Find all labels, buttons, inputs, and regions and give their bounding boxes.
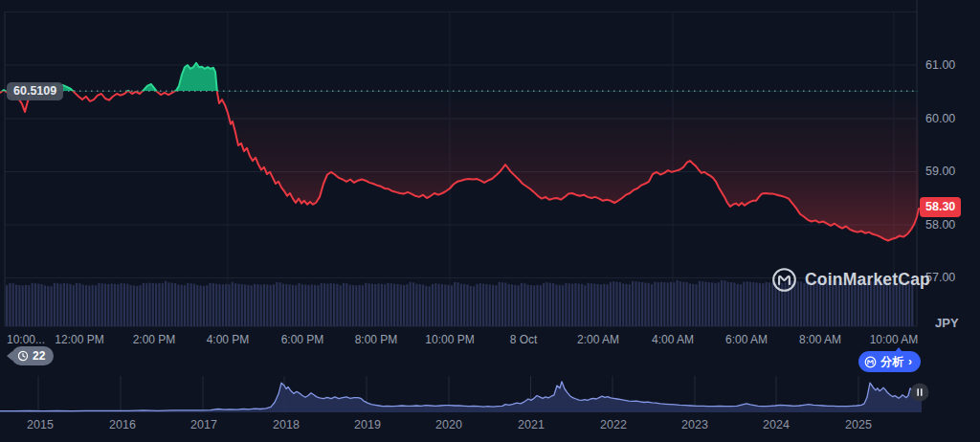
analyze-chevron-icon: › <box>908 355 912 368</box>
time-tick: 8:00 AM <box>799 333 841 346</box>
year-tick: 2023 <box>681 418 708 431</box>
watermark-text: CoinMarketCap <box>805 270 930 290</box>
watermark: CoinMarketCap <box>771 267 930 293</box>
year-tick: 2022 <box>600 418 627 431</box>
time-tick: 8 Oct <box>510 333 538 346</box>
time-tick: 4:00 AM <box>652 333 694 346</box>
time-tick: 4:00 PM <box>207 333 250 346</box>
analyze-logo-icon <box>864 356 877 368</box>
price-tick: 58.00 <box>925 218 955 232</box>
price-chart: 61.00 60.00 59.00 58.00 57.00 JPY 60.510… <box>0 0 980 442</box>
chart-canvas[interactable] <box>0 0 980 442</box>
countdown-badge[interactable]: 22 <box>11 346 54 365</box>
countdown-value: 22 <box>33 349 45 363</box>
time-tick: 10:00 PM <box>425 333 474 346</box>
year-tick: 2024 <box>763 418 790 431</box>
time-tick: 12:00 PM <box>55 333 103 346</box>
price-tick: 60.00 <box>925 112 955 125</box>
open-price-badge: 60.5109 <box>7 82 63 100</box>
time-tick: 10:00 AM <box>870 333 919 346</box>
year-tick: 2021 <box>518 418 545 431</box>
price-tick: 61.00 <box>925 58 955 72</box>
clock-icon <box>17 350 29 362</box>
analyze-label: 分析 <box>880 354 903 370</box>
time-tick: 6:00 AM <box>725 333 768 346</box>
year-tick: 2016 <box>109 418 136 431</box>
time-tick: 8:00 PM <box>355 333 398 346</box>
time-tick: 2:00 AM <box>577 333 619 346</box>
year-tick: 2020 <box>435 418 462 431</box>
time-tick: 2:00 PM <box>133 333 176 346</box>
coinmarketcap-logo-icon <box>771 267 797 293</box>
currency-label: JPY <box>935 316 959 330</box>
navigator-handle[interactable] <box>911 384 929 402</box>
last-price-badge: 58.30 <box>920 197 961 217</box>
time-tick: 6:00 PM <box>281 333 324 346</box>
year-tick: 2025 <box>845 418 872 431</box>
time-tick: 10:00... <box>7 333 45 346</box>
analyze-button[interactable]: 分析 › <box>858 351 921 372</box>
year-tick: 2018 <box>273 418 300 431</box>
price-tick: 59.00 <box>925 165 955 178</box>
year-tick: 2015 <box>27 418 54 431</box>
year-tick: 2019 <box>354 418 381 431</box>
year-tick: 2017 <box>190 418 217 431</box>
